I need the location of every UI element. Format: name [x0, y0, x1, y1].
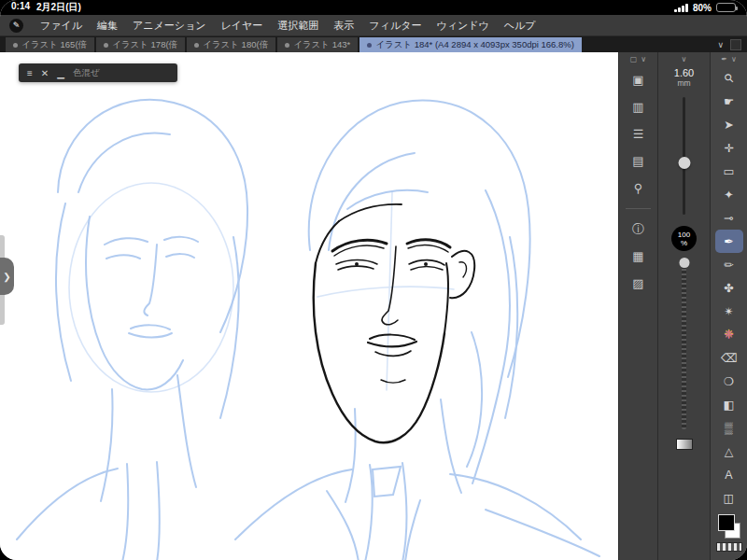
- menu-bar: ✎ ファイル 編集 アニメーション レイヤー 選択範囲 表示 フィルター ウィン…: [0, 15, 747, 36]
- color-blend-palette-bar[interactable]: ≡ ✕ ▁ 色混ぜ: [19, 63, 177, 82]
- tool-strip-header[interactable]: ✒ ∨: [711, 52, 747, 66]
- battery-icon: [716, 3, 736, 12]
- tab-illust-180[interactable]: イラスト 180(倍: [187, 37, 275, 52]
- menu-view[interactable]: 表示: [326, 19, 361, 33]
- blend-tool[interactable]: ❍: [711, 370, 747, 393]
- menu-window[interactable]: ウィンドウ: [429, 19, 496, 33]
- palette-icon-strip: ▢ ∨ ▣ ▥ ☰ ▤ ⚲ ⓘ ▦ ▨: [618, 52, 657, 560]
- collapse-chevron-icon: ∨: [641, 55, 646, 63]
- menu-edit[interactable]: 編集: [90, 19, 125, 33]
- ios-status-bar: 0:14 2月2日(日) 80%: [0, 0, 747, 15]
- tab-status-dot: [13, 43, 18, 48]
- clip-studio-paint-app: 0:14 2月2日(日) 80% ✎ ファイル 編集 アニメーション レイヤー …: [0, 0, 747, 560]
- clip-studio-logo[interactable]: ✎: [9, 19, 23, 33]
- cellular-signal-icon: [674, 4, 688, 12]
- document-tab-bar: イラスト 165(倍 イラスト 178(倍 イラスト 180(倍 イラスト 14…: [0, 36, 747, 52]
- brush-settings-panel-icon[interactable]: ▤: [619, 147, 657, 175]
- brush-slider-strip: ∨ 1.60 mm 100 %: [657, 52, 710, 560]
- menu-layer[interactable]: レイヤー: [214, 19, 271, 33]
- tab-label: イラスト 143*: [293, 39, 350, 51]
- tab-label: イラスト 178(倍: [112, 39, 177, 51]
- palette-minimize-icon[interactable]: ▁: [57, 68, 64, 78]
- palette-menu-icon[interactable]: ≡: [27, 68, 33, 78]
- gradient-tool[interactable]: ▒: [711, 416, 747, 440]
- sub-tool-detail-panel-icon[interactable]: ⚲: [619, 175, 657, 202]
- brush-size-number: 1.60: [674, 68, 694, 78]
- layer-move-tool[interactable]: ✛: [711, 136, 747, 160]
- divider: [626, 208, 651, 209]
- collapse-chevron-icon: ∨: [731, 55, 737, 63]
- tab-label: イラスト 184* (A4 2894 x 4093px 350dpi 166.8…: [375, 39, 574, 51]
- pen-tool[interactable]: ✒: [715, 230, 743, 253]
- canvas-area[interactable]: ≡ ✕ ▁ 色混ぜ ❯: [0, 52, 618, 560]
- brush-tool[interactable]: ✤: [711, 276, 747, 300]
- operate-tool[interactable]: ➤: [711, 113, 747, 136]
- frame-tool[interactable]: ◫: [711, 486, 747, 510]
- tab-illust-165[interactable]: イラスト 165(倍: [6, 37, 94, 52]
- zoom-tool-icon: ⚲: [721, 70, 737, 86]
- menu-selection[interactable]: 選択範囲: [270, 19, 326, 33]
- opacity-slider[interactable]: [682, 259, 686, 429]
- color-history-strip[interactable]: [716, 542, 742, 552]
- airbrush-tool[interactable]: ✴: [711, 300, 747, 323]
- tab-illust-178[interactable]: イラスト 178(倍: [96, 37, 185, 52]
- selection-tool[interactable]: ▭: [711, 160, 747, 183]
- zoom-tool[interactable]: ⚲: [711, 66, 747, 90]
- artwork-sketch[interactable]: [0, 52, 618, 560]
- figure-tool[interactable]: △: [711, 440, 747, 463]
- slider-strip-header[interactable]: ∨: [658, 52, 710, 66]
- palette-title: 色混ぜ: [73, 67, 100, 79]
- brush-size-value[interactable]: 1.60 mm: [674, 68, 694, 89]
- clock-time: 0:14: [11, 1, 30, 14]
- menu-animation[interactable]: アニメーション: [125, 19, 214, 33]
- color-swatches: [717, 514, 741, 539]
- fill-tool[interactable]: ◧: [711, 393, 747, 416]
- battery-percent: 80%: [693, 3, 712, 13]
- decoration-tool[interactable]: ❈: [711, 323, 747, 346]
- tab-label: イラスト 180(倍: [203, 39, 268, 51]
- palette-close-icon[interactable]: ✕: [41, 68, 49, 78]
- brush-size-unit: mm: [674, 78, 694, 89]
- gradient-preview-chip[interactable]: [676, 439, 693, 450]
- opacity-unit: %: [681, 239, 687, 247]
- sub-view-panel-icon[interactable]: ▥: [619, 93, 657, 120]
- menu-file[interactable]: ファイル: [33, 19, 90, 33]
- brush-size-slider[interactable]: [683, 97, 685, 215]
- pen-mini-icon: ✒: [721, 55, 727, 63]
- menu-help[interactable]: ヘルプ: [497, 19, 543, 33]
- collapse-chevron-icon: ∨: [682, 55, 687, 63]
- brush-size-slider-knob[interactable]: [678, 157, 690, 169]
- pencil-tool[interactable]: ✏: [711, 253, 747, 276]
- tab-status-dot: [104, 43, 108, 48]
- tool-property-panel-icon[interactable]: ☰: [619, 120, 657, 147]
- tab-status-dot: [367, 43, 372, 48]
- panel-box-icon: ▢: [630, 55, 638, 63]
- opacity-number: 100: [678, 231, 690, 239]
- eyedropper-tool[interactable]: ⊸: [711, 206, 747, 230]
- palette-strip-header[interactable]: ▢ ∨: [619, 52, 657, 66]
- color-set-panel-icon[interactable]: ▦: [619, 243, 657, 270]
- clock-date: 2月2日(日): [36, 1, 81, 14]
- tab-label: イラスト 165(倍: [21, 39, 87, 51]
- tab-illust-143[interactable]: イラスト 143*: [277, 37, 358, 52]
- material-panel-icon[interactable]: ▨: [619, 270, 657, 297]
- text-tool[interactable]: A: [711, 463, 747, 486]
- auto-select-tool[interactable]: ✦: [711, 183, 747, 206]
- chevron-right-icon: ❯: [3, 272, 10, 282]
- tab-list-button[interactable]: [730, 39, 741, 50]
- tab-illust-184-active[interactable]: イラスト 184* (A4 2894 x 4093px 350dpi 166.8…: [359, 37, 582, 52]
- tab-overflow-chevron-icon[interactable]: ∨: [717, 40, 724, 49]
- tab-status-dot: [194, 43, 199, 48]
- main-color-swatch[interactable]: [718, 514, 735, 531]
- move-view-tool[interactable]: ☛: [711, 90, 747, 113]
- sidebar-pull-handle[interactable]: ❯: [0, 258, 14, 295]
- canvas-thumbnail-panel-icon[interactable]: ▣: [619, 66, 657, 93]
- eraser-tool[interactable]: ⌫: [711, 346, 747, 370]
- menu-filter[interactable]: フィルター: [361, 19, 429, 33]
- opacity-slider-knob[interactable]: [679, 258, 689, 268]
- tab-status-dot: [285, 43, 289, 48]
- tool-strip: ✒ ∨ ⚲ ☛ ➤ ✛ ▭ ✦ ⊸ ✒ ✏ ✤ ✴ ❈ ⌫ ❍ ◧ ▒ △: [710, 52, 747, 560]
- right-dock: ▢ ∨ ▣ ▥ ☰ ▤ ⚲ ⓘ ▦ ▨ ∨ 1.60 mm: [618, 52, 747, 560]
- opacity-value-badge[interactable]: 100 %: [671, 226, 697, 251]
- info-panel-icon[interactable]: ⓘ: [619, 216, 657, 243]
